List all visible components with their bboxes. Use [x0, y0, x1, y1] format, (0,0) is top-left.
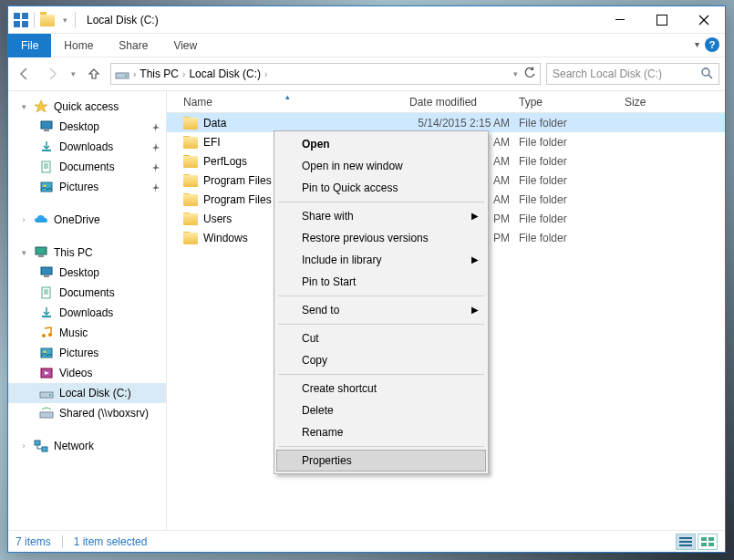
help-button[interactable]: ?	[705, 37, 719, 52]
details-view-button[interactable]	[676, 534, 696, 550]
column-size[interactable]: Size	[619, 96, 692, 109]
svg-rect-7	[41, 121, 52, 129]
pictures-icon	[39, 346, 54, 360]
svg-rect-26	[40, 412, 53, 418]
sidebar-this-pc[interactable]: ▾ This PC	[8, 243, 166, 263]
pin-icon	[151, 182, 160, 192]
file-name: EFI	[203, 136, 221, 149]
sidebar-item[interactable]: Music	[8, 323, 166, 343]
ctx-copy[interactable]: Copy	[276, 349, 486, 371]
close-button[interactable]	[683, 6, 725, 34]
expand-icon[interactable]: ›	[19, 215, 28, 224]
back-button[interactable]	[14, 63, 36, 85]
desktop-icon	[39, 265, 54, 280]
sidebar-item-label: Documents	[59, 161, 115, 173]
sidebar-network[interactable]: › Network	[8, 436, 166, 456]
folder-icon[interactable]	[40, 15, 55, 26]
ctx-include-library[interactable]: Include in library▶	[276, 249, 486, 271]
table-row[interactable]: Data 5/14/2015 2:15 AM File folder	[167, 113, 725, 132]
explorer-window: ▾ Local Disk (C:) File Home Share View ▾…	[7, 5, 726, 553]
ctx-open[interactable]: Open	[276, 133, 486, 155]
qat-dropdown-icon[interactable]: ▾	[60, 16, 69, 25]
ribbon-tabs: File Home Share View ▾ ?	[8, 34, 725, 57]
search-icon	[700, 67, 713, 82]
minimize-button[interactable]	[599, 6, 641, 34]
history-dropdown-icon[interactable]: ▾	[68, 69, 78, 78]
pin-icon	[151, 122, 160, 131]
svg-rect-1	[22, 13, 28, 19]
sidebar-quick-access[interactable]: ▾ Quick access	[8, 97, 166, 117]
ctx-pin-start[interactable]: Pin to Start	[276, 271, 486, 293]
expand-icon[interactable]: ▾	[19, 248, 28, 257]
svg-rect-27	[35, 441, 40, 445]
address-dropdown-icon[interactable]: ▾	[511, 69, 520, 78]
sidebar-item[interactable]: Documents	[8, 157, 166, 177]
tab-home[interactable]: Home	[51, 34, 106, 57]
expand-icon[interactable]: ›	[19, 441, 28, 451]
chevron-right-icon[interactable]: ›	[182, 69, 185, 79]
file-tab[interactable]: File	[8, 34, 51, 57]
file-date: 5/14/2015 2:15 AM	[404, 117, 513, 130]
column-type[interactable]: Type	[513, 96, 619, 109]
maximize-button[interactable]	[641, 6, 683, 34]
ctx-properties[interactable]: Properties	[276, 450, 486, 472]
ctx-pin-quick-access[interactable]: Pin to Quick access	[276, 177, 486, 199]
file-type: File folder	[513, 136, 619, 149]
address-bar[interactable]: › This PC › Local Disk (C:) › ▾	[110, 63, 541, 85]
ctx-share-with[interactable]: Share with▶	[276, 205, 486, 227]
search-input[interactable]: Search Local Disk (C:)	[546, 63, 719, 85]
breadcrumb-local-disk[interactable]: Local Disk (C:)	[189, 67, 261, 80]
svg-point-5	[125, 75, 127, 77]
file-name: PerfLogs	[203, 155, 247, 168]
sidebar-item[interactable]: Shared (\\vboxsrv)	[8, 403, 166, 423]
svg-rect-35	[708, 543, 714, 546]
breadcrumb-this-pc[interactable]: This PC	[140, 67, 179, 80]
sidebar-item[interactable]: Documents	[8, 283, 166, 303]
file-type: File folder	[513, 117, 619, 130]
svg-point-20	[48, 333, 52, 337]
desktop-icon	[39, 119, 54, 134]
chevron-right-icon[interactable]: ›	[264, 69, 267, 79]
pc-icon	[34, 245, 48, 260]
sidebar-item[interactable]: Pictures	[8, 343, 166, 363]
ctx-restore-versions[interactable]: Restore previous versions	[276, 227, 486, 249]
cloud-icon	[34, 213, 48, 227]
tab-share[interactable]: Share	[106, 34, 160, 57]
ribbon-collapse-icon[interactable]: ▾	[695, 39, 699, 49]
sidebar-item[interactable]: Downloads	[8, 137, 166, 157]
svg-rect-9	[42, 150, 51, 151]
ctx-delete[interactable]: Delete	[276, 399, 486, 421]
svg-rect-13	[36, 247, 47, 254]
svg-rect-16	[44, 275, 49, 277]
sidebar-item[interactable]: Pictures	[8, 177, 166, 197]
sidebar-item[interactable]: Videos	[8, 363, 166, 383]
file-name: Program Files	[203, 174, 272, 187]
sidebar-onedrive[interactable]: › OneDrive	[8, 210, 166, 230]
ctx-open-new-window[interactable]: Open in new window	[276, 155, 486, 177]
chevron-right-icon[interactable]: ›	[133, 69, 136, 79]
expand-icon[interactable]: ▾	[19, 102, 28, 111]
sidebar-item[interactable]: Desktop	[8, 117, 166, 137]
forward-button[interactable]	[41, 63, 63, 85]
sidebar-item[interactable]: Local Disk (C:)	[8, 383, 166, 403]
tab-view[interactable]: View	[160, 34, 210, 57]
pictures-icon	[39, 180, 54, 194]
column-name[interactable]: Name	[167, 96, 404, 109]
svg-rect-32	[701, 537, 707, 541]
icons-view-button[interactable]	[698, 534, 718, 550]
refresh-button[interactable]	[523, 67, 536, 82]
submenu-arrow-icon: ▶	[471, 305, 479, 315]
svg-rect-34	[701, 543, 707, 546]
ctx-create-shortcut[interactable]: Create shortcut	[276, 378, 486, 399]
sidebar-item[interactable]: Desktop	[8, 263, 166, 283]
file-type: File folder	[513, 193, 619, 206]
svg-rect-15	[41, 267, 52, 275]
up-button[interactable]	[83, 63, 105, 85]
ctx-cut[interactable]: Cut	[276, 327, 486, 349]
file-name: Windows	[203, 232, 248, 244]
column-date[interactable]: Date modified	[404, 96, 513, 109]
status-item-count: 7 items	[16, 535, 51, 548]
sidebar-item[interactable]: Downloads	[8, 303, 166, 323]
ctx-rename[interactable]: Rename	[276, 421, 486, 443]
ctx-send-to[interactable]: Send to▶	[276, 299, 486, 321]
